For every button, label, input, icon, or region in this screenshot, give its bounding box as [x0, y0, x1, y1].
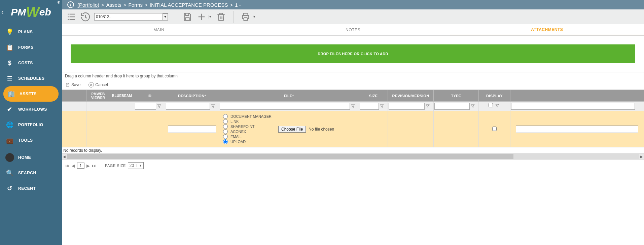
sidebar-item-home[interactable]: HOME	[0, 150, 62, 165]
radio-link[interactable]	[223, 119, 228, 124]
breadcrumb-process[interactable]: INITIAL ACCEPTANCE PROCESS	[150, 2, 228, 8]
col-header-pmweb-viewer[interactable]: PMWEB VIEWER	[86, 90, 110, 102]
radio-email[interactable]	[223, 134, 228, 139]
sidebar-item-schedules[interactable]: ☰SCHEDULES	[0, 71, 62, 86]
filter-icon[interactable]	[470, 104, 476, 110]
col-header-id[interactable]: ID	[134, 90, 165, 102]
tab-notes[interactable]: NOTES	[256, 24, 450, 35]
search-icon: 🔍	[5, 169, 14, 172]
filter-icon[interactable]	[157, 104, 163, 110]
scroll-right-icon[interactable]: ▶	[639, 155, 644, 159]
filter-icon[interactable]	[211, 104, 217, 110]
pager-last-icon[interactable]: ⏭	[92, 163, 96, 168]
breadcrumb-root[interactable]: (Portfolio)	[77, 2, 99, 8]
filter-icon[interactable]	[351, 104, 357, 110]
tab-attachments[interactable]: ATTACHMENTS	[450, 24, 644, 35]
save-icon[interactable]	[182, 11, 193, 22]
grid-edit-row: DOCUMENT MANAGER LINK SHAREPOINT ACONEX …	[62, 111, 644, 147]
chevron-down-icon: ▼	[137, 164, 142, 167]
col-header-blank[interactable]	[62, 90, 86, 102]
grid-header-row: PMWEB VIEWER BLUEBEAM ID DESCRIPTION* FI…	[62, 90, 644, 102]
collapse-sidebar-icon[interactable]: ‹	[1, 8, 4, 16]
tab-bar: MAIN NOTES ATTACHMENTS	[62, 24, 644, 36]
save-button[interactable]: Save	[65, 82, 80, 87]
page-size-label: PAGE SIZE	[105, 164, 126, 168]
scroll-left-icon[interactable]: ◀	[62, 155, 67, 159]
col-header-display[interactable]: DISPLAY	[479, 90, 510, 102]
history-icon[interactable]	[80, 11, 91, 22]
check-icon: ✔	[5, 106, 14, 113]
no-records-label: No records to display.	[62, 147, 644, 154]
pager-page-input[interactable]	[77, 163, 84, 169]
pager-first-icon[interactable]: ⏮	[65, 163, 70, 168]
sidebar-item-plans[interactable]: 💡PLANS	[0, 24, 62, 40]
page-size-dropdown[interactable]: 20▼	[128, 162, 144, 169]
sidebar-item-search[interactable]: 🔍SEARCH	[0, 165, 62, 172]
sidebar-item-costs[interactable]: $COSTS	[0, 55, 62, 71]
app-logo[interactable]: ‹ PMWeb ®	[0, 0, 62, 24]
col-header-extra[interactable]	[510, 90, 644, 102]
filter-icon[interactable]	[494, 103, 500, 109]
col-header-bluebeam[interactable]: BLUEBEAM	[110, 90, 134, 102]
sidebar-item-forms[interactable]: 📋FORMS	[0, 40, 62, 55]
choose-file-button[interactable]: Choose File	[278, 126, 306, 133]
chevron-down-icon: ▼	[163, 13, 168, 20]
globe-icon: 🌐	[5, 121, 14, 129]
info-icon[interactable]: i	[67, 1, 74, 8]
col-header-type[interactable]: TYPE	[434, 90, 479, 102]
sidebar-item-portfolio[interactable]: 🌐PORTFOLIO	[0, 117, 62, 133]
horizontal-scrollbar[interactable]: ◀ ▶	[62, 154, 644, 159]
tab-main[interactable]: MAIN	[62, 24, 256, 35]
add-icon[interactable]	[196, 11, 207, 22]
col-header-description[interactable]: DESCRIPTION*	[165, 90, 219, 102]
col-header-size[interactable]: SIZE	[359, 90, 388, 102]
filter-icon[interactable]	[380, 104, 386, 110]
col-header-revision[interactable]: REVISION/VERSION	[388, 90, 434, 102]
filter-revision-input[interactable]	[389, 103, 425, 110]
clipboard-icon: 📋	[5, 44, 14, 51]
filter-description-input[interactable]	[166, 103, 210, 110]
radio-upload[interactable]	[223, 139, 228, 144]
filter-id-input[interactable]	[135, 103, 156, 110]
sidebar-item-assets[interactable]: 🏢ASSETS	[3, 86, 59, 102]
grid-filter-row	[62, 102, 644, 111]
print-icon[interactable]	[240, 11, 251, 22]
radio-sharepoint[interactable]	[223, 124, 228, 129]
description-input[interactable]	[168, 126, 216, 133]
col-header-file[interactable]: FILE*	[219, 90, 359, 102]
sidebar-item-tools[interactable]: 💼TOOLS	[0, 133, 62, 148]
add-dropdown-icon[interactable]: |▾	[208, 11, 212, 22]
group-by-bar[interactable]: Drag a column header and drop it here to…	[62, 72, 644, 80]
close-icon: ✕	[88, 82, 94, 88]
sidebar: 💡PLANS 📋FORMS $COSTS ☰SCHEDULES 🏢ASSETS …	[0, 24, 62, 172]
dollar-icon: $	[5, 60, 14, 67]
radio-aconex[interactable]	[223, 129, 228, 134]
lightbulb-icon: 💡	[5, 28, 14, 36]
extra-input[interactable]	[516, 126, 638, 133]
radio-document-manager[interactable]	[223, 114, 228, 119]
delete-icon[interactable]	[216, 11, 226, 22]
filter-extra-input[interactable]	[511, 103, 635, 110]
attachments-grid: PMWEB VIEWER BLUEBEAM ID DESCRIPTION* FI…	[62, 90, 644, 147]
display-checkbox[interactable]	[492, 127, 497, 131]
file-dropzone[interactable]: DROP FILES HERE OR CLICK TO ADD	[71, 44, 635, 63]
scroll-thumb[interactable]	[67, 154, 513, 159]
sidebar-item-workflows[interactable]: ✔WORKFLOWS	[0, 102, 62, 117]
filter-file-input[interactable]	[220, 103, 350, 110]
record-toolbar: 010813-▼ |▾ |▾	[62, 9, 644, 24]
list-icon[interactable]	[66, 11, 77, 22]
filter-size-input[interactable]	[360, 103, 379, 110]
edit-toolbar: Save ✕ Cancel	[62, 80, 644, 90]
breadcrumb-assets[interactable]: Assets	[106, 2, 121, 8]
filter-display-checkbox[interactable]	[489, 103, 493, 107]
cancel-button[interactable]: ✕ Cancel	[88, 82, 108, 88]
pager-next-icon[interactable]: ▶	[86, 163, 90, 168]
breadcrumb-forms[interactable]: Forms	[129, 2, 143, 8]
filter-type-input[interactable]	[434, 103, 470, 110]
building-icon: 🏢	[7, 90, 15, 98]
pager-prev-icon[interactable]: ◀	[72, 163, 75, 168]
record-dropdown[interactable]: 010813-▼	[94, 13, 168, 21]
filter-icon[interactable]	[425, 104, 431, 110]
breadcrumb-bar: i (Portfolio) > Assets > Forms > INITIAL…	[0, 0, 644, 9]
print-dropdown-icon[interactable]: |▾	[252, 11, 256, 22]
